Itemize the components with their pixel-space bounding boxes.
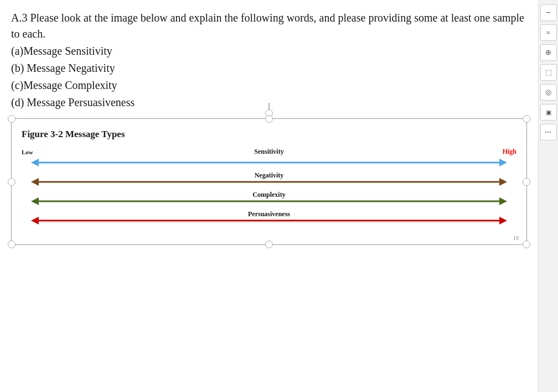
idea-button[interactable]: ◎ bbox=[540, 84, 557, 101]
more-button[interactable]: ••• bbox=[540, 124, 557, 140]
svg-marker-11 bbox=[499, 217, 507, 224]
sensitivity-center-label: Sensitivity bbox=[254, 148, 283, 156]
handle-bl[interactable] bbox=[8, 241, 16, 248]
persuasiveness-section: Persuasiveness bbox=[22, 214, 516, 226]
sensitivity-section: Low Sensitivity High bbox=[22, 148, 516, 168]
list-button[interactable]: ≡ bbox=[540, 24, 557, 41]
image-button[interactable]: ▣ bbox=[540, 104, 557, 121]
sensitivity-label-row: Low Sensitivity High bbox=[22, 148, 516, 156]
handle-br[interactable] bbox=[523, 241, 530, 248]
svg-marker-3 bbox=[31, 178, 39, 186]
persuasiveness-center-label: Persuasiveness bbox=[248, 210, 290, 218]
svg-marker-5 bbox=[499, 178, 507, 186]
sensitivity-high-label: High bbox=[497, 148, 516, 156]
handle-bm[interactable] bbox=[265, 241, 273, 248]
crop-button[interactable]: ⬚ bbox=[540, 64, 557, 81]
minus-button[interactable]: − bbox=[540, 4, 557, 21]
zoom-in-button[interactable]: ⊕ bbox=[540, 44, 557, 61]
figure-title: Figure 3-2 Message Types bbox=[22, 129, 516, 140]
negativity-center-label: Negativity bbox=[255, 171, 284, 180]
negativity-section: Negativity bbox=[22, 175, 516, 187]
complexity-section: Complexity bbox=[22, 195, 516, 206]
main-content: A.3 Please look at the image below and e… bbox=[0, 0, 538, 392]
sensitivity-low-label: Low bbox=[22, 149, 42, 155]
question-item-c: (c)Message Complexity bbox=[11, 77, 527, 93]
svg-marker-0 bbox=[31, 159, 39, 166]
handle-tl[interactable] bbox=[8, 115, 16, 123]
handle-tm[interactable] bbox=[265, 115, 273, 123]
svg-marker-2 bbox=[499, 159, 507, 166]
handle-tr[interactable] bbox=[523, 115, 530, 123]
svg-marker-8 bbox=[499, 197, 507, 205]
question-intro: A.3 Please look at the image below and e… bbox=[11, 10, 527, 42]
handle-mr[interactable] bbox=[523, 178, 530, 186]
question-text: A.3 Please look at the image below and e… bbox=[11, 10, 527, 111]
figure-container: Figure 3-2 Message Types Low Sensitivity… bbox=[11, 118, 527, 245]
question-item-a: (a)Message Sensitivity bbox=[11, 43, 527, 59]
svg-marker-6 bbox=[31, 197, 39, 205]
sensitivity-arrow bbox=[22, 158, 516, 168]
right-sidebar: − ≡ ⊕ ⬚ ◎ ▣ ••• bbox=[538, 0, 558, 392]
complexity-center-label: Complexity bbox=[252, 191, 285, 199]
question-item-b: (b) Message Negativity bbox=[11, 60, 527, 76]
page-number: 19 bbox=[513, 235, 519, 241]
svg-marker-9 bbox=[31, 217, 39, 224]
handle-ml[interactable] bbox=[8, 178, 16, 186]
